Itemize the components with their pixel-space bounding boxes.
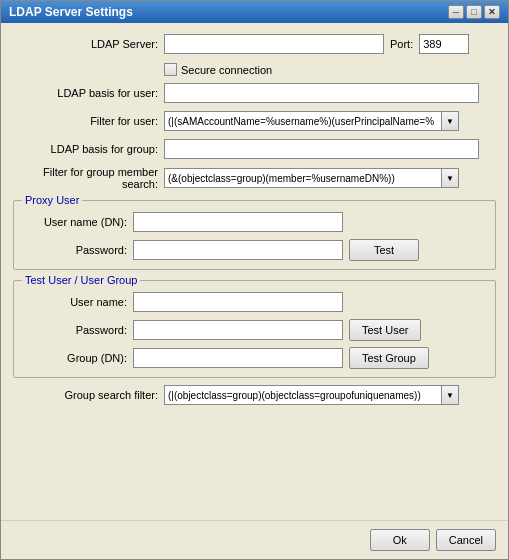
filter-user-row: Filter for user: ▼ [13,110,496,132]
title-bar: LDAP Server Settings ─ □ ✕ [1,1,508,23]
window-title: LDAP Server Settings [9,5,133,19]
maximize-button[interactable]: □ [466,5,482,19]
filter-group-combo: ▼ [164,168,459,188]
ldap-server-label: LDAP Server: [13,38,158,50]
proxy-username-row: User name (DN): [22,211,487,233]
proxy-user-group: Proxy User User name (DN): Password: Tes… [13,200,496,270]
ldap-basis-user-input[interactable] [164,83,479,103]
ldap-basis-user-label: LDAP basis for user: [13,87,158,99]
proxy-username-input[interactable] [133,212,343,232]
ldap-settings-window: LDAP Server Settings ─ □ ✕ LDAP Server: … [0,0,509,560]
group-search-input[interactable] [164,385,441,405]
ldap-server-input[interactable] [164,34,384,54]
filter-user-combo: ▼ [164,111,459,131]
proxy-password-row: Password: Test [22,239,487,261]
secure-connection-row: Secure connection [164,63,496,76]
proxy-password-input[interactable] [133,240,343,260]
port-label: Port: [390,38,413,50]
group-search-dropdown-btn[interactable]: ▼ [441,385,459,405]
test-group-input[interactable] [133,348,343,368]
proxy-username-label: User name (DN): [22,216,127,228]
form-content: LDAP Server: Port: Secure connection LDA… [1,23,508,514]
test-username-input[interactable] [133,292,343,312]
test-user-button[interactable]: Test User [349,319,421,341]
secure-connection-label: Secure connection [181,64,272,76]
test-username-label: User name: [22,296,127,308]
ldap-basis-user-row: LDAP basis for user: [13,82,496,104]
test-group-label: Group (DN): [22,352,127,364]
secure-connection-checkbox[interactable] [164,63,177,76]
filter-group-dropdown-btn[interactable]: ▼ [441,168,459,188]
filter-group-label: Filter for group member search: [13,166,158,190]
filter-user-label: Filter for user: [13,115,158,127]
title-bar-buttons: ─ □ ✕ [448,5,500,19]
close-button[interactable]: ✕ [484,5,500,19]
filter-group-input[interactable] [164,168,441,188]
test-group-button[interactable]: Test Group [349,347,429,369]
ok-button[interactable]: Ok [370,529,430,551]
test-user-title: Test User / User Group [22,274,140,286]
filter-group-row: Filter for group member search: ▼ [13,166,496,190]
group-search-combo: ▼ [164,385,459,405]
ldap-basis-group-label: LDAP basis for group: [13,143,158,155]
port-input[interactable] [419,34,469,54]
test-group-row: Group (DN): Test Group [22,347,487,369]
test-password-input[interactable] [133,320,343,340]
proxy-user-title: Proxy User [22,194,82,206]
group-search-filter-label: Group search filter: [13,389,158,401]
filter-user-input[interactable] [164,111,441,131]
cancel-button[interactable]: Cancel [436,529,496,551]
proxy-password-label: Password: [22,244,127,256]
ldap-server-row: LDAP Server: Port: [13,33,496,55]
filter-user-dropdown-btn[interactable]: ▼ [441,111,459,131]
bottom-bar: Ok Cancel [1,520,508,559]
ldap-basis-group-row: LDAP basis for group: [13,138,496,160]
group-search-filter-row: Group search filter: ▼ [13,384,496,406]
test-user-group: Test User / User Group User name: Passwo… [13,280,496,378]
minimize-button[interactable]: ─ [448,5,464,19]
proxy-test-button[interactable]: Test [349,239,419,261]
test-password-row: Password: Test User [22,319,487,341]
ldap-basis-group-input[interactable] [164,139,479,159]
proxy-user-content: User name (DN): Password: Test [22,211,487,261]
test-password-label: Password: [22,324,127,336]
test-username-row: User name: [22,291,487,313]
test-user-content: User name: Password: Test User Group (DN… [22,291,487,369]
